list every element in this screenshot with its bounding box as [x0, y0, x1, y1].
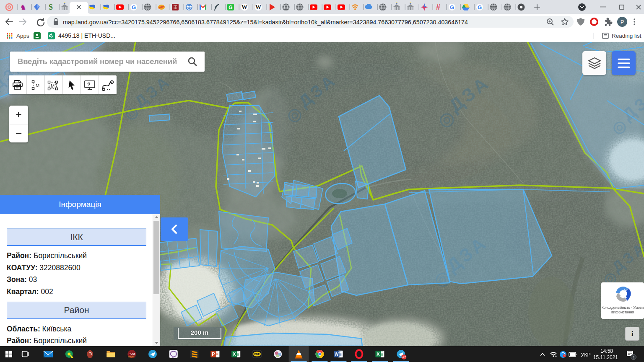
- svg-text:14:58: 14:58: [600, 348, 613, 354]
- svg-text:G: G: [229, 5, 232, 10]
- svg-text:W: W: [255, 4, 261, 10]
- svg-text:PDF: PDF: [254, 353, 260, 356]
- svg-text:-72: -72: [402, 356, 406, 359]
- svg-text:?: ?: [87, 81, 91, 88]
- svg-text:player 2: player 2: [128, 355, 135, 358]
- svg-text:4495.18 | ETH-USD...: 4495.18 | ETH-USD...: [58, 32, 115, 39]
- svg-text:Reading list: Reading list: [612, 33, 641, 39]
- svg-text:X: X: [233, 352, 236, 357]
- svg-text:4: 4: [632, 355, 634, 359]
- svg-text:X: X: [377, 352, 380, 357]
- svg-text:G: G: [478, 4, 482, 10]
- svg-text:УКР: УКР: [581, 352, 591, 358]
- svg-text:G: G: [132, 4, 136, 10]
- svg-text:W: W: [335, 352, 339, 357]
- svg-text:#: #: [436, 3, 440, 11]
- svg-text:15.11.2021: 15.11.2021: [593, 354, 618, 360]
- svg-text:2: 2: [55, 82, 57, 85]
- svg-text:P: P: [621, 19, 624, 25]
- svg-text:♞: ♞: [20, 3, 26, 11]
- svg-text:P: P: [212, 352, 215, 357]
- svg-text:G: G: [450, 4, 454, 10]
- svg-text:W: W: [242, 4, 247, 10]
- svg-text:M: M: [51, 83, 55, 88]
- svg-text:Apps: Apps: [16, 33, 29, 39]
- svg-text:POD: POD: [129, 352, 135, 355]
- svg-text:map.land.gov.ua/?cc=3420175.94: map.land.gov.ua/?cc=3420175.9452296766,6…: [63, 19, 468, 26]
- svg-text:M: M: [36, 83, 39, 88]
- svg-text:S: S: [49, 3, 53, 11]
